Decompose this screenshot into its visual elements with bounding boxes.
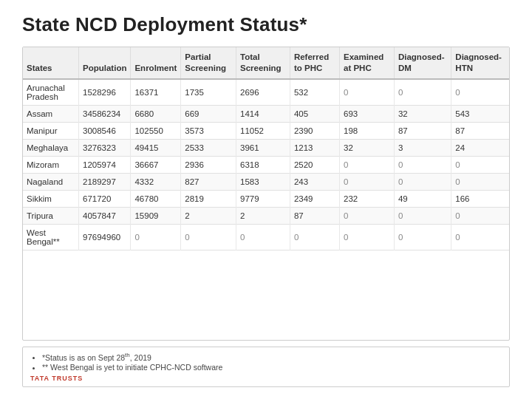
table-cell-r6-c2: 46780 (131, 190, 181, 207)
table-row: Arunachal Pradesh15282961637117352696532… (23, 79, 509, 106)
table-cell-r1-c2: 6680 (131, 105, 181, 122)
table-cell-r4-c7: 0 (394, 156, 451, 173)
footer-note-2: ** West Bengal is yet to initiate CPHC-N… (42, 363, 502, 372)
table-cell-r6-c4: 9779 (236, 190, 290, 207)
footer-notes: *Status is as on Sept 28th, 2019 ** West… (22, 347, 510, 388)
table-cell-r3-c4: 3961 (236, 139, 290, 156)
col-header-7: Diagnosed-DM (394, 47, 451, 79)
table-cell-r1-c7: 32 (394, 105, 451, 122)
table-cell-r4-c1: 1205974 (79, 156, 131, 173)
table-cell-r2-c5: 2390 (290, 122, 339, 139)
table-cell-r5-c7: 0 (394, 173, 451, 190)
table-cell-r1-c6: 693 (339, 105, 394, 122)
footer-note-1: *Status is as on Sept 28th, 2019 (42, 352, 502, 362)
page: State NCD Deployment Status* StatesPopul… (0, 0, 532, 399)
table-row: Nagaland218929743328271583243000 (23, 173, 509, 190)
table-cell-r2-c1: 3008546 (79, 122, 131, 139)
table-cell-r6-c3: 2819 (181, 190, 236, 207)
table-cell-r3-c0: Meghalaya (23, 139, 79, 156)
table-cell-r5-c2: 4332 (131, 173, 181, 190)
table-cell-r6-c0: Sikkim (23, 190, 79, 207)
col-header-2: Enrolment (131, 47, 181, 79)
table-cell-r1-c8: 543 (451, 105, 509, 122)
table-cell-r6-c5: 2349 (290, 190, 339, 207)
table-cell-r3-c7: 3 (394, 139, 451, 156)
table-header-row: StatesPopulationEnrolmentPartial Screeni… (23, 47, 509, 79)
ncd-deployment-table: StatesPopulationEnrolmentPartial Screeni… (23, 47, 509, 250)
table-cell-r6-c7: 49 (394, 190, 451, 207)
table-cell-r0-c4: 2696 (236, 79, 290, 106)
table-cell-r8-c3: 0 (181, 224, 236, 250)
table-cell-r8-c2: 0 (131, 224, 181, 250)
data-table-wrapper: StatesPopulationEnrolmentPartial Screeni… (22, 47, 510, 341)
table-cell-r4-c8: 0 (451, 156, 509, 173)
table-cell-r0-c7: 0 (394, 79, 451, 106)
table-cell-r3-c5: 1213 (290, 139, 339, 156)
table-cell-r0-c5: 532 (290, 79, 339, 106)
col-header-5: Referred to PHC (290, 47, 339, 79)
table-cell-r5-c1: 2189297 (79, 173, 131, 190)
col-header-1: Population (79, 47, 131, 79)
table-cell-r5-c0: Nagaland (23, 173, 79, 190)
table-cell-r4-c0: Mizoram (23, 156, 79, 173)
col-header-0: States (23, 47, 79, 79)
table-cell-r2-c7: 87 (394, 122, 451, 139)
table-row: Sikkim6717204678028199779234923249166 (23, 190, 509, 207)
table-cell-r7-c2: 15909 (131, 207, 181, 224)
table-cell-r3-c1: 3276323 (79, 139, 131, 156)
col-header-6: Examined at PHC (339, 47, 394, 79)
table-cell-r6-c6: 232 (339, 190, 394, 207)
table-cell-r0-c8: 0 (451, 79, 509, 106)
col-header-4: Total Screening (236, 47, 290, 79)
table-cell-r1-c4: 1414 (236, 105, 290, 122)
table-cell-r5-c4: 1583 (236, 173, 290, 190)
table-cell-r4-c2: 36667 (131, 156, 181, 173)
table-cell-r2-c3: 3573 (181, 122, 236, 139)
table-cell-r2-c0: Manipur (23, 122, 79, 139)
table-cell-r1-c3: 669 (181, 105, 236, 122)
table-row: Meghalaya32763234941525333961121332324 (23, 139, 509, 156)
table-row: Manipur300854610255035731105223901988787 (23, 122, 509, 139)
table-cell-r8-c4: 0 (236, 224, 290, 250)
table-cell-r3-c2: 49415 (131, 139, 181, 156)
table-cell-r7-c5: 87 (290, 207, 339, 224)
table-cell-r8-c7: 0 (394, 224, 451, 250)
brand-logo: TATA TRUSTS (30, 375, 502, 382)
table-cell-r1-c0: Assam (23, 105, 79, 122)
table-cell-r3-c6: 32 (339, 139, 394, 156)
col-header-3: Partial Screening (181, 47, 236, 79)
table-cell-r5-c3: 827 (181, 173, 236, 190)
table-cell-r5-c8: 0 (451, 173, 509, 190)
table-cell-r8-c6: 0 (339, 224, 394, 250)
table-cell-r0-c2: 16371 (131, 79, 181, 106)
table-cell-r0-c1: 1528296 (79, 79, 131, 106)
table-cell-r2-c6: 198 (339, 122, 394, 139)
table-cell-r7-c3: 2 (181, 207, 236, 224)
page-title: State NCD Deployment Status* (22, 13, 510, 36)
table-cell-r2-c4: 11052 (236, 122, 290, 139)
col-header-8: Diagnosed-HTN (451, 47, 509, 79)
table-cell-r8-c5: 0 (290, 224, 339, 250)
table-cell-r0-c6: 0 (339, 79, 394, 106)
table-cell-r8-c1: 97694960 (79, 224, 131, 250)
table-cell-r6-c8: 166 (451, 190, 509, 207)
table-cell-r3-c8: 24 (451, 139, 509, 156)
table-row: Mizoram120597436667293663182520000 (23, 156, 509, 173)
table-cell-r3-c3: 2533 (181, 139, 236, 156)
table-row: West Bengal**976949600000000 (23, 224, 509, 250)
table-row: Assam345862346680669141440569332543 (23, 105, 509, 122)
table-cell-r7-c4: 2 (236, 207, 290, 224)
table-cell-r1-c1: 34586234 (79, 105, 131, 122)
table-cell-r7-c1: 4057847 (79, 207, 131, 224)
table-cell-r7-c6: 0 (339, 207, 394, 224)
table-cell-r5-c6: 0 (339, 173, 394, 190)
table-cell-r1-c5: 405 (290, 105, 339, 122)
table-cell-r6-c1: 671720 (79, 190, 131, 207)
table-cell-r7-c0: Tripura (23, 207, 79, 224)
table-cell-r8-c8: 0 (451, 224, 509, 250)
table-cell-r4-c5: 2520 (290, 156, 339, 173)
table-cell-r5-c5: 243 (290, 173, 339, 190)
table-cell-r4-c3: 2936 (181, 156, 236, 173)
table-cell-r2-c2: 102550 (131, 122, 181, 139)
table-cell-r7-c7: 0 (394, 207, 451, 224)
